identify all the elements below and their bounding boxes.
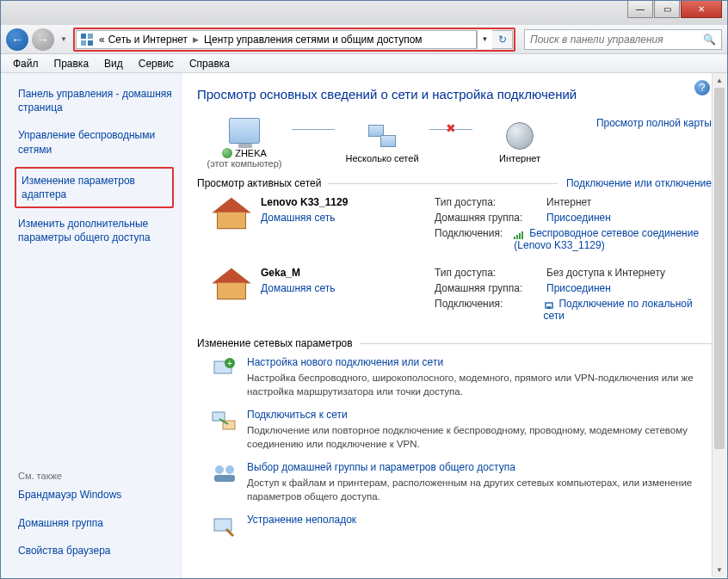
control-panel-icon (80, 33, 94, 46)
task-title-link[interactable]: Настройка нового подключения или сети (247, 356, 443, 368)
svg-marker-11 (213, 268, 250, 282)
vertical-scrollbar[interactable]: ▲ ▼ (712, 73, 726, 577)
homegroup-link[interactable]: Присоединен (546, 212, 611, 224)
map-node-name: Интернет (472, 153, 567, 163)
task-desc: Подключение или повторное подключение к … (247, 424, 712, 451)
map-node-internet: Интернет (472, 119, 567, 163)
homegroup-label: Домашняя группа: (435, 212, 546, 224)
network-type-link[interactable]: Домашняя сеть (261, 212, 348, 224)
search-input[interactable] (530, 34, 703, 46)
connections-label: Подключения: (435, 227, 514, 251)
svg-point-20 (215, 465, 224, 474)
svg-rect-2 (81, 40, 86, 46)
breadcrumb-prefix[interactable]: « (97, 34, 107, 46)
svg-rect-22 (214, 475, 235, 482)
menu-view[interactable]: Вид (97, 56, 130, 71)
scroll-thumb[interactable] (714, 88, 725, 449)
menu-file[interactable]: Файл (6, 56, 46, 71)
connect-network-icon (211, 409, 238, 433)
homegroup-icon (211, 461, 238, 485)
network-type-link[interactable]: Домашняя сеть (261, 282, 335, 294)
address-dropdown[interactable]: ▼ (477, 30, 492, 49)
search-box[interactable]: 🔍 (524, 29, 722, 50)
task-desc: Настройка беспроводного, широкополосного… (247, 372, 712, 398)
titlebar: — ▭ ✕ (1, 1, 727, 25)
sidebar-adapter-settings[interactable]: Изменение параметров адаптера (15, 167, 174, 208)
task-new-connection: + Настройка нового подключения или сети … (211, 356, 712, 398)
connect-disconnect-link[interactable]: Подключение или отключение (566, 177, 712, 189)
menu-tools[interactable]: Сервис (132, 56, 181, 71)
breadcrumb-sharing-center[interactable]: Центр управления сетями и общим доступом (202, 34, 424, 46)
map-node-name: ZHEKA (235, 148, 267, 158)
scroll-up-button[interactable]: ▲ (713, 73, 726, 88)
refresh-button[interactable]: ↻ (492, 30, 513, 49)
breadcrumb-sep-icon: ▶ (189, 35, 202, 44)
network-block-2: Geka_M Домашняя сеть Тип доступа:Без дос… (211, 267, 712, 325)
sidebar-advanced-sharing[interactable]: Изменить дополнительные параметры общего… (15, 213, 181, 248)
sidebar-browser-props[interactable]: Свойства браузера (15, 540, 181, 561)
home-network-icon (211, 196, 252, 231)
address-bar[interactable]: « Сеть и Интернет ▶ Центр управления сет… (76, 30, 477, 49)
connections-label: Подключения: (435, 298, 543, 322)
homegroup-label: Домашняя группа: (435, 282, 546, 294)
svg-point-21 (225, 465, 234, 474)
sidebar-manage-wireless[interactable]: Управление беспроводными сетями (15, 125, 181, 159)
map-node-multiple: Несколько сетей (335, 119, 429, 163)
svg-text:+: + (227, 359, 232, 368)
nav-history-dropdown[interactable]: ▼ (58, 29, 70, 50)
back-button[interactable]: ← (6, 28, 28, 51)
network-name: Lenovo K33_1129 (261, 196, 348, 208)
task-connect-network: Подключиться к сети Подключение или повт… (211, 409, 712, 451)
access-label: Тип доступа: (435, 267, 546, 279)
scroll-down-button[interactable]: ▼ (713, 563, 726, 577)
task-title-link[interactable]: Устранение неполадок (247, 514, 356, 526)
breadcrumb-network[interactable]: Сеть и Интернет (107, 34, 189, 46)
task-title-link[interactable]: Подключиться к сети (247, 409, 348, 421)
help-icon[interactable]: ? (694, 80, 710, 95)
forward-button[interactable]: → (32, 28, 54, 51)
home-network-icon (211, 267, 252, 301)
nav-toolbar: ← → ▼ « Сеть и Интернет ▶ Центр управлен… (1, 25, 727, 54)
svg-rect-8 (519, 233, 521, 239)
svg-rect-17 (213, 412, 225, 421)
task-homegroup: Выбор домашней группы и параметров общег… (211, 461, 712, 503)
troubleshoot-icon (211, 514, 238, 538)
search-icon: 🔍 (703, 34, 716, 46)
content-pane: ? Просмотр основных сведений о сети и на… (182, 73, 727, 578)
sidebar-homegroup[interactable]: Домашняя группа (15, 513, 181, 533)
body-split: Панель управления - домашняя страница Уп… (1, 73, 727, 578)
task-troubleshoot: Устранение неполадок (211, 514, 712, 538)
sidebar-firewall[interactable]: Брандмауэр Windows (15, 484, 181, 505)
view-full-map-link[interactable]: Просмотр полной карты (596, 117, 712, 129)
homegroup-link[interactable]: Присоединен (546, 282, 611, 294)
menu-edit[interactable]: Правка (47, 56, 96, 71)
svg-rect-3 (88, 40, 93, 46)
sidebar-cp-home[interactable]: Панель управления - домашняя страница (15, 83, 181, 118)
maximize-button[interactable]: ▭ (654, 1, 680, 18)
svg-rect-23 (214, 519, 231, 531)
homegroup-badge-icon (222, 148, 232, 158)
new-connection-icon: + (211, 356, 238, 380)
connection-link[interactable]: Подключение по локальной сети (543, 298, 712, 322)
globe-icon (506, 122, 534, 150)
address-bar-highlight: « Сеть и Интернет ▶ Центр управления сет… (73, 28, 515, 52)
map-node-sub: (этот компьютер) (197, 158, 292, 169)
access-value: Без доступа к Интернету (546, 267, 665, 279)
task-title-link[interactable]: Выбор домашней группы и параметров общег… (247, 461, 515, 473)
active-networks-header: Просмотр активных сетей Подключение или … (197, 177, 712, 189)
section-label: Изменение сетевых параметров (197, 337, 353, 349)
close-button[interactable]: ✕ (681, 1, 722, 18)
section-label: Просмотр активных сетей (197, 177, 321, 189)
wifi-signal-icon (514, 230, 526, 238)
network-block-1: Lenovo K33_1129 Домашняя сеть Тип доступ… (211, 196, 712, 255)
minimize-button[interactable]: — (627, 1, 653, 18)
menu-help[interactable]: Справка (182, 56, 237, 71)
sidebar-see-also-label: См. также (15, 467, 181, 484)
computer-icon (229, 118, 260, 144)
svg-rect-0 (81, 34, 86, 39)
sidebar: Панель управления - домашняя страница Уп… (1, 73, 182, 578)
map-node-this-pc: ZHEKA (этот компьютер) (197, 114, 292, 169)
page-title: Просмотр основных сведений о сети и наст… (197, 87, 712, 102)
map-connection-broken (429, 129, 472, 130)
connection-link[interactable]: Беспроводное сетевое соединение (Lenovo … (514, 227, 712, 251)
